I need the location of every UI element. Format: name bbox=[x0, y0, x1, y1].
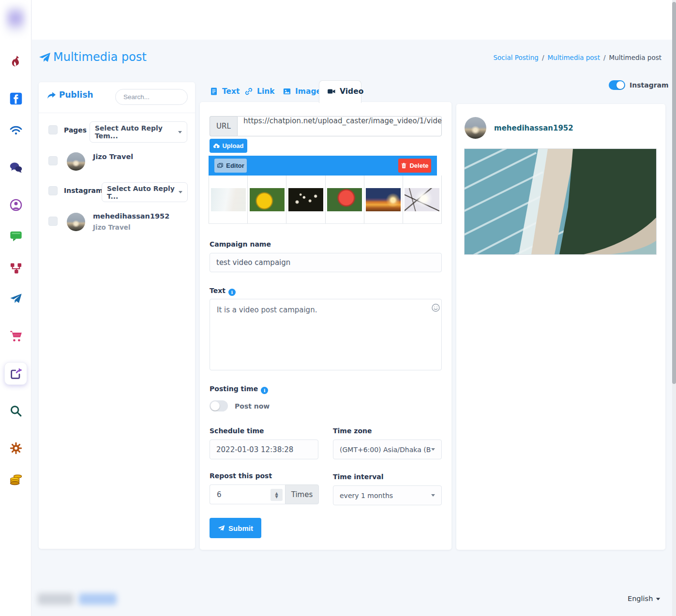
schedule-time-input[interactable] bbox=[210, 440, 318, 459]
beach-aerial-image bbox=[465, 149, 656, 254]
url-input-group: URL https://chatpion.net/upload_caster/i… bbox=[210, 116, 442, 136]
page-account-name: Jizo Travel bbox=[93, 153, 133, 161]
sidebar-item-telegram[interactable] bbox=[9, 292, 23, 306]
sidebar-item-facebook[interactable] bbox=[9, 91, 23, 106]
sidebar-item-settings[interactable] bbox=[9, 441, 23, 455]
editor-label: Editor bbox=[226, 162, 244, 169]
thumbnail-yellow-flower[interactable] bbox=[248, 176, 286, 223]
publish-panel: Publish Pages Select Auto Reply Tem... J… bbox=[39, 82, 195, 549]
time-interval-value: every 1 months bbox=[340, 492, 393, 499]
message-icon bbox=[9, 229, 23, 243]
instagram-toggle[interactable] bbox=[609, 80, 625, 90]
thumbnail-image-yellow-flower bbox=[250, 188, 285, 211]
search-icon bbox=[9, 404, 23, 418]
chevron-down-icon bbox=[431, 494, 435, 497]
telegram-icon bbox=[9, 292, 23, 306]
post-text-textarea[interactable]: It is a video post campaign. bbox=[210, 299, 442, 370]
paper-plane-icon bbox=[218, 525, 225, 532]
thumbnail-beach-selected[interactable] bbox=[209, 176, 248, 223]
info-icon[interactable]: i bbox=[261, 387, 268, 394]
thumbnail-image-blossoms bbox=[288, 188, 323, 211]
tab-text[interactable]: Text bbox=[210, 80, 240, 103]
sidebar-item-wifi[interactable] bbox=[9, 123, 23, 138]
sidebar-item-chat[interactable] bbox=[9, 161, 23, 175]
info-icon[interactable]: i bbox=[228, 289, 236, 296]
sidebar-item-message[interactable] bbox=[9, 229, 23, 243]
upload-button[interactable]: Upload bbox=[210, 139, 247, 153]
fire-icon bbox=[9, 55, 23, 69]
repost-count-input[interactable]: 6 ▲▼ bbox=[210, 484, 285, 504]
instagram-toggle-wrap: Instagram bbox=[609, 80, 669, 90]
page-scrollbar[interactable] bbox=[672, 0, 676, 616]
tab-text-label: Text bbox=[222, 87, 240, 96]
page-title: Multimedia post bbox=[53, 50, 147, 64]
thumbnail-blossoms[interactable] bbox=[286, 176, 325, 223]
sidebar-item-search[interactable] bbox=[9, 404, 23, 418]
tab-link[interactable]: Link bbox=[244, 80, 275, 103]
breadcrumb-current: Multimedia post bbox=[609, 54, 662, 61]
upload-label: Upload bbox=[222, 142, 243, 149]
repost-input-group: 6 ▲▼ Times bbox=[210, 484, 319, 504]
user-icon bbox=[9, 198, 23, 212]
sidebar-item-coins[interactable] bbox=[9, 472, 23, 486]
composer-card: URL https://chatpion.net/upload_caster/i… bbox=[200, 102, 451, 550]
publish-button[interactable]: Publish bbox=[47, 90, 93, 100]
instagram-label: Instagram bbox=[64, 187, 103, 194]
instagram-account-checkbox[interactable] bbox=[48, 217, 58, 226]
instagram-toggle-label: Instagram bbox=[630, 81, 669, 89]
coins-icon bbox=[9, 472, 23, 486]
sidebar-item-user[interactable] bbox=[9, 198, 23, 212]
media-toolbar: Editor Delete bbox=[209, 156, 437, 176]
repost-label: Repost this post bbox=[210, 472, 272, 480]
sidebar-item-cart[interactable] bbox=[9, 329, 23, 343]
preview-account-name: mehedihassan1952 bbox=[494, 124, 573, 132]
emoji-picker-icon[interactable] bbox=[431, 303, 440, 312]
facebook-icon bbox=[9, 92, 23, 105]
post-now-toggle[interactable] bbox=[210, 400, 228, 411]
tab-video-active[interactable]: Video bbox=[327, 80, 363, 103]
breadcrumb-link-multimedia-post[interactable]: Multimedia post bbox=[547, 54, 600, 61]
chevron-down-icon bbox=[431, 448, 435, 451]
multimedia-post-page: Mehedi Hassan Multimedia post Social Pos… bbox=[0, 0, 676, 616]
thumbnail-sunset[interactable] bbox=[364, 176, 403, 223]
language-select[interactable]: English bbox=[628, 595, 661, 602]
time-zone-select[interactable]: (GMT+6:00) Asia/Dhaka (Ba... bbox=[333, 440, 442, 459]
preview-video-frame bbox=[464, 148, 657, 255]
sidebar-item-share[interactable] bbox=[9, 367, 23, 381]
post-preview-card: mehedihassan1952 bbox=[456, 104, 665, 550]
sidebar-item-flow[interactable] bbox=[9, 261, 23, 276]
sidebar-item-fire[interactable] bbox=[9, 55, 23, 69]
instagram-auto-reply-select[interactable]: Select Auto Reply T... bbox=[102, 182, 188, 202]
page-account-checkbox[interactable] bbox=[48, 156, 58, 165]
media-thumbnail-grid bbox=[209, 176, 442, 224]
times-addon: Times bbox=[285, 484, 319, 504]
instagram-auto-reply-value: Select Auto Reply T... bbox=[107, 185, 176, 200]
search-input[interactable] bbox=[115, 89, 188, 105]
link-icon bbox=[244, 87, 253, 96]
tab-video-label: Video bbox=[340, 87, 363, 96]
number-stepper[interactable]: ▲▼ bbox=[270, 489, 283, 501]
campaign-name-input[interactable] bbox=[210, 253, 442, 272]
thumbnail-rose[interactable] bbox=[326, 176, 364, 223]
editor-button[interactable]: Editor bbox=[214, 159, 247, 173]
tab-image[interactable]: Image bbox=[283, 80, 321, 103]
campaign-name-label: Campaign name bbox=[210, 240, 271, 248]
time-zone-value: (GMT+6:00) Asia/Dhaka (Ba... bbox=[340, 446, 431, 454]
delete-button[interactable]: Delete bbox=[398, 159, 431, 173]
instagram-checkbox[interactable] bbox=[48, 186, 58, 195]
pages-auto-reply-select[interactable]: Select Auto Reply Tem... bbox=[90, 121, 187, 143]
preview-avatar bbox=[465, 117, 486, 139]
breadcrumb-link-social-posting[interactable]: Social Posting bbox=[493, 54, 538, 61]
thumbnail-tree-sky[interactable] bbox=[403, 176, 442, 223]
url-input[interactable]: https://chatpion.net/upload_caster/image… bbox=[237, 116, 442, 136]
blurred-footer-link bbox=[79, 593, 117, 605]
pages-checkbox[interactable] bbox=[48, 125, 58, 134]
submit-button[interactable]: Submit bbox=[210, 518, 261, 538]
instagram-account-avatar bbox=[67, 213, 85, 231]
chevron-down-icon bbox=[656, 598, 661, 600]
app-logo-blurred bbox=[5, 5, 26, 35]
scrollbar-thumb[interactable] bbox=[672, 2, 676, 384]
cloud-upload-icon bbox=[213, 143, 220, 149]
repost-count-value: 6 bbox=[217, 490, 222, 499]
time-interval-select[interactable]: every 1 months bbox=[333, 485, 442, 505]
